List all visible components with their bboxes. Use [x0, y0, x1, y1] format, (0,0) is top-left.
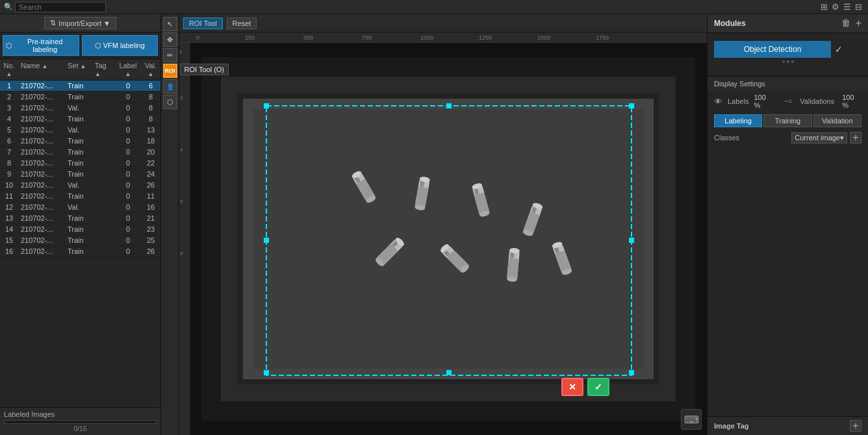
row-set: Train [65, 214, 92, 223]
col-set-header[interactable]: Set ▲ [65, 60, 92, 79]
classes-row: Classes Current image▾ + [708, 130, 868, 145]
list-icon[interactable]: ☰ [843, 2, 851, 12]
object-detection-widget: Object Detection ✓ [714, 41, 862, 63]
filter-icon[interactable]: ⚙ [832, 2, 839, 12]
table-row[interactable]: 7 210702-... Train 0 20 [0, 147, 160, 158]
row-val: 20 [141, 147, 160, 156]
image-viewport[interactable]: ✕ ✓ ⌨ [190, 43, 707, 435]
table-row[interactable]: 4 210702-... Train 0 8 [0, 114, 160, 125]
col-tag-header[interactable]: Tag ▲ [92, 60, 115, 79]
ruler-vertical: 0 2 4 6 8 [179, 43, 190, 435]
table-row[interactable]: 13 210702-... Train 0 21 [0, 213, 160, 224]
table-row[interactable]: 10 210702-... Val. 0 26 [0, 180, 160, 191]
row-val: 23 [141, 225, 160, 234]
vfm-label: VFM labeling [103, 42, 145, 49]
layout-icon[interactable]: ⊟ [855, 2, 862, 12]
roi-icon: ROI [164, 68, 175, 74]
ruler-mark-500: 500 [303, 34, 313, 41]
row-val: 6 [141, 81, 160, 90]
row-val: 26 [141, 180, 160, 190]
row-name: 210702-... [18, 192, 65, 201]
row-tag [92, 140, 115, 142]
od-chevron-icon[interactable]: ✓ [835, 44, 843, 55]
eye-icon[interactable]: 👁 [714, 97, 722, 106]
row-no: 16 [0, 247, 18, 256]
brush-tool-button[interactable]: ✏ [163, 48, 177, 62]
object-detection-button[interactable]: Object Detection [714, 41, 831, 58]
search-input[interactable] [15, 2, 106, 12]
image-tag-add-icon[interactable]: + [850, 420, 862, 432]
table-row[interactable]: 3 210702-... Val. 0 8 [0, 103, 160, 114]
table-row[interactable]: 8 210702-... Train 0 22 [0, 158, 160, 169]
row-set: Train [65, 169, 92, 179]
table-row[interactable]: 12 210702-... Val. 0 16 [0, 202, 160, 213]
reset-button[interactable]: Reset [227, 18, 257, 29]
roi-tool-canvas-button[interactable]: ROI Tool [183, 18, 223, 29]
row-val: 13 [141, 125, 160, 134]
row-val: 21 [141, 214, 160, 223]
row-tag [92, 195, 115, 197]
row-tag [92, 240, 115, 241]
tabs-row: Labeling Training Validation [714, 114, 862, 127]
row-no: 7 [0, 147, 18, 156]
row-set: Train [65, 136, 92, 145]
labeled-images-label: Labeled Images [4, 410, 157, 418]
row-label: 0 [115, 158, 141, 168]
row-label: 0 [115, 125, 141, 134]
col-no-header[interactable]: No. ▲ [0, 60, 18, 79]
pretrained-labeling-button[interactable]: ⬡ Pre-trained labeling [3, 35, 79, 56]
row-label: 0 [115, 180, 141, 190]
pretrained-label: Pre-trained labeling [14, 38, 76, 53]
row-no: 13 [0, 214, 18, 223]
keyboard-icon[interactable]: ⌨ [681, 409, 702, 430]
row-set: Train [65, 81, 92, 90]
plus-icon[interactable]: + [856, 18, 862, 29]
table-row[interactable]: 2 210702-... Train 0 8 [0, 92, 160, 103]
table-row[interactable]: 11 210702-... Train 0 11 [0, 191, 160, 202]
polygon-tool-button[interactable]: ⬡ [163, 95, 177, 109]
row-name: 210702-... [18, 214, 65, 223]
col-label-header[interactable]: Label ▲ [115, 60, 141, 79]
row-set: Train [65, 192, 92, 201]
row-no: 5 [0, 125, 18, 134]
svg-rect-53 [264, 370, 269, 375]
row-name: 210702-... [18, 136, 65, 145]
vfm-icon: ⬡ [95, 42, 101, 50]
tab-labeling[interactable]: Labeling [714, 114, 762, 127]
import-export-label: Import/Export ▼ [58, 19, 110, 27]
row-label: 0 [115, 136, 141, 145]
ruler-mark-1250: 1250 [479, 34, 492, 41]
col-val-header[interactable]: Val. ▲ [141, 60, 160, 79]
pan-tool-button[interactable]: ✥ [163, 32, 177, 47]
display-settings-section: Display Settings 👁 Labels 100 % ~= Valid… [708, 76, 868, 112]
image-tag-label: Image Tag [714, 422, 749, 430]
vfm-labeling-button[interactable]: ⬡ VFM labeling [82, 35, 159, 56]
classes-dropdown[interactable]: Current image▾ [791, 132, 847, 143]
row-label: 0 [115, 114, 141, 123]
classes-add-icon[interactable]: + [850, 132, 862, 143]
labels-percent: 100 % [754, 93, 773, 109]
roi-tool-button[interactable]: ROI [163, 64, 177, 78]
row-val: 16 [141, 203, 160, 212]
table-row[interactable]: 15 210702-... Train 0 25 [0, 235, 160, 246]
image-tag-row: Image Tag + [708, 416, 868, 435]
trash-icon[interactable]: 🗑 [841, 18, 850, 29]
row-set: Val. [65, 180, 92, 190]
pointer-tool-button[interactable]: ↖ [163, 17, 177, 31]
person-tool-button[interactable]: 👤 [163, 79, 177, 93]
grid-icon[interactable]: ⊞ [821, 2, 828, 12]
col-name-header[interactable]: Name ▲ [18, 60, 65, 79]
tab-validation[interactable]: Validation [813, 114, 862, 127]
table-row[interactable]: 16 210702-... Train 0 26 [0, 246, 160, 257]
top-bar: 🔍 ⊞ ⚙ ☰ ⊟ [0, 0, 868, 14]
ruler-horizontal: 0 250 500 750 1000 1250 1500 1750 [190, 32, 707, 43]
table-row[interactable]: 5 210702-... Val. 0 13 [0, 125, 160, 136]
table-row[interactable]: 14 210702-... Train 0 23 [0, 224, 160, 235]
table-row[interactable]: 6 210702-... Train 0 18 [0, 136, 160, 147]
table-row[interactable]: 1 210702-... Train 0 6 [0, 81, 160, 92]
import-export-button[interactable]: ⇅ Import/Export ▼ [44, 17, 116, 29]
table-row[interactable]: 9 210702-... Train 0 24 [0, 169, 160, 180]
row-val: 22 [141, 158, 160, 168]
row-tag [92, 96, 115, 97]
tab-training[interactable]: Training [763, 114, 811, 127]
